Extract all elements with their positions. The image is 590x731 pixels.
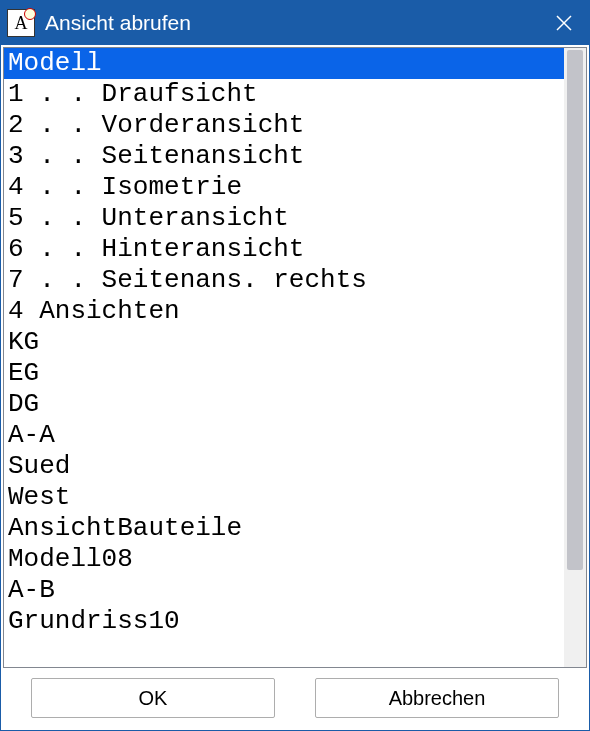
list-item[interactable]: 2 . . Vorderansicht: [4, 110, 564, 141]
list-item[interactable]: DG: [4, 389, 564, 420]
list-item[interactable]: A-A: [4, 420, 564, 451]
list-item[interactable]: Modell: [4, 48, 564, 79]
list-item[interactable]: West: [4, 482, 564, 513]
dialog-content: Modell1 . . Draufsicht2 . . Vorderansich…: [1, 45, 589, 730]
list-item[interactable]: A-B: [4, 575, 564, 606]
list-item[interactable]: Modell08: [4, 544, 564, 575]
button-row: OK Abbrechen: [1, 668, 589, 730]
list-item[interactable]: 1 . . Draufsicht: [4, 79, 564, 110]
dialog-window: A Ansicht abrufen Modell1 . . Draufsicht…: [0, 0, 590, 731]
app-icon-letter: A: [15, 13, 28, 34]
cancel-button[interactable]: Abbrechen: [315, 678, 559, 718]
close-icon: [556, 15, 572, 31]
list-item[interactable]: 3 . . Seitenansicht: [4, 141, 564, 172]
list-item[interactable]: 7 . . Seitenans. rechts: [4, 265, 564, 296]
window-title: Ansicht abrufen: [45, 11, 539, 35]
titlebar: A Ansicht abrufen: [1, 1, 589, 45]
list-item[interactable]: 6 . . Hinteransicht: [4, 234, 564, 265]
view-listbox[interactable]: Modell1 . . Draufsicht2 . . Vorderansich…: [4, 48, 564, 667]
list-item[interactable]: 4 Ansichten: [4, 296, 564, 327]
ok-button[interactable]: OK: [31, 678, 275, 718]
list-item[interactable]: AnsichtBauteile: [4, 513, 564, 544]
list-item[interactable]: Sued: [4, 451, 564, 482]
listbox-container: Modell1 . . Draufsicht2 . . Vorderansich…: [3, 47, 587, 668]
list-item[interactable]: Grundriss10: [4, 606, 564, 637]
list-item[interactable]: KG: [4, 327, 564, 358]
app-icon: A: [7, 9, 35, 37]
close-button[interactable]: [539, 1, 589, 45]
list-item[interactable]: EG: [4, 358, 564, 389]
list-item[interactable]: 5 . . Unteransicht: [4, 203, 564, 234]
scrollbar[interactable]: [564, 48, 586, 667]
scroll-thumb[interactable]: [567, 50, 583, 570]
list-item[interactable]: 4 . . Isometrie: [4, 172, 564, 203]
